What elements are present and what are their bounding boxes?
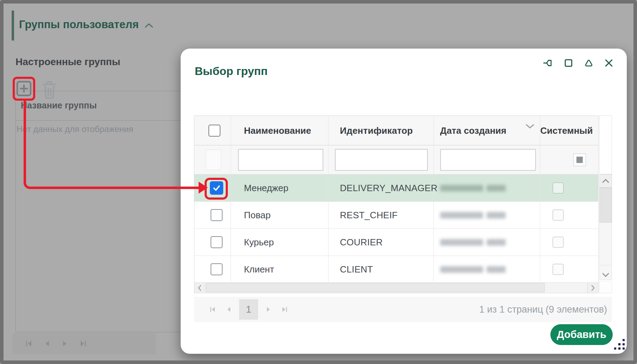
filter-system-indeterminate-mark bbox=[576, 157, 583, 163]
group-selection-dialog: Выбор групп Наименование Идентификатор bbox=[181, 49, 627, 354]
system-checkbox[interactable] bbox=[552, 237, 564, 248]
grid-filter-row bbox=[194, 145, 598, 175]
filter-ghost-box bbox=[206, 150, 221, 170]
grid-row-client[interactable]: Клиент CLIENT bbox=[194, 256, 598, 283]
system-checkbox[interactable] bbox=[552, 182, 564, 194]
scroll-down-icon[interactable] bbox=[599, 265, 612, 280]
next-page-icon[interactable] bbox=[260, 300, 276, 319]
annotation-arrow-line bbox=[24, 101, 199, 189]
pager-nav: 1 bbox=[205, 299, 293, 320]
cell-name: Повар bbox=[231, 202, 329, 228]
system-checkbox[interactable] bbox=[552, 264, 564, 275]
cell-identifier: REST_CHEIF bbox=[329, 202, 434, 228]
annotation-highlight-add-button bbox=[13, 77, 35, 101]
row-checkbox[interactable] bbox=[211, 209, 223, 221]
hscroll-thumb[interactable] bbox=[206, 283, 545, 292]
vscroll-track[interactable] bbox=[599, 222, 612, 265]
filter-cell-identifier bbox=[329, 145, 433, 174]
grid-row-cook[interactable]: Повар REST_CHEIF bbox=[194, 202, 598, 229]
column-header-created-date[interactable]: Дата создания bbox=[434, 116, 540, 145]
filter-input-name[interactable] bbox=[238, 149, 323, 171]
filter-system-checkbox[interactable] bbox=[573, 153, 586, 166]
maximize-icon[interactable] bbox=[563, 58, 574, 68]
cell-name: Менеджер bbox=[231, 175, 329, 201]
grid-header-row: Наименование Идентификатор Дата создания… bbox=[194, 116, 598, 145]
vscroll-thumb[interactable] bbox=[599, 188, 612, 222]
filter-cell-created-date bbox=[434, 145, 540, 174]
row-select-cell[interactable] bbox=[194, 229, 231, 256]
window-controls bbox=[543, 58, 614, 68]
dialog-pager: 1 1 из 1 страниц (9 элементов) bbox=[194, 297, 612, 322]
screenshot-canvas: Группы пользователя Настроенные группы Н… bbox=[0, 0, 637, 364]
grid-row-manager[interactable]: Менеджер DELIVERY_MANAGER bbox=[194, 175, 598, 202]
filter-cell-system bbox=[540, 145, 598, 174]
hscroll-track[interactable] bbox=[205, 283, 587, 293]
filter-input-identifier[interactable] bbox=[335, 149, 428, 171]
section-title: Группы пользователя bbox=[19, 18, 139, 31]
scroll-left-icon[interactable] bbox=[194, 283, 205, 293]
cell-name: Клиент bbox=[231, 256, 329, 283]
roll-up-icon[interactable] bbox=[583, 58, 594, 68]
vscroll-header-spacer bbox=[599, 115, 612, 174]
cell-identifier: COURIER bbox=[329, 229, 434, 256]
horizontal-scrollbar[interactable] bbox=[194, 282, 598, 293]
grid-row-courier[interactable]: Курьер COURIER bbox=[194, 229, 598, 256]
column-header-system[interactable]: Системный bbox=[540, 116, 598, 145]
column-header-identifier[interactable]: Идентификатор bbox=[329, 116, 434, 145]
system-checkbox[interactable] bbox=[552, 209, 564, 221]
cell-system bbox=[540, 256, 598, 283]
last-page-icon[interactable] bbox=[80, 339, 87, 348]
section-header[interactable]: Группы пользователя bbox=[19, 18, 154, 31]
select-all-checkbox[interactable] bbox=[208, 125, 220, 137]
cell-identifier: DELIVERY_MANAGER bbox=[329, 175, 434, 201]
section-accent-bar bbox=[12, 11, 14, 40]
resize-grip-icon[interactable] bbox=[608, 338, 627, 352]
scroll-right-icon[interactable] bbox=[587, 283, 598, 293]
prev-page-icon[interactable] bbox=[44, 339, 50, 348]
cell-created-date-redacted bbox=[434, 202, 540, 228]
first-page-icon[interactable] bbox=[25, 339, 32, 348]
chevron-up-icon[interactable] bbox=[144, 18, 154, 31]
cell-system bbox=[540, 175, 598, 201]
pager-info: 1 из 1 страниц (9 элементов) bbox=[479, 304, 612, 315]
last-page-icon[interactable] bbox=[276, 300, 293, 319]
add-button[interactable]: Добавить bbox=[550, 324, 613, 345]
filter-cell-checkbox-col bbox=[194, 145, 231, 174]
pin-icon[interactable] bbox=[543, 58, 554, 68]
cell-created-date-redacted bbox=[434, 175, 540, 201]
cell-system bbox=[540, 202, 598, 228]
configured-groups-pager bbox=[13, 333, 156, 354]
row-checkbox[interactable] bbox=[211, 236, 223, 248]
scroll-up-icon[interactable] bbox=[599, 174, 612, 188]
column-header-name[interactable]: Наименование bbox=[231, 116, 329, 145]
cell-identifier: CLIENT bbox=[329, 256, 434, 283]
cell-created-date-redacted bbox=[434, 256, 540, 283]
column-header-created-date-label: Дата создания bbox=[440, 125, 506, 136]
groups-grid: Наименование Идентификатор Дата создания… bbox=[194, 115, 599, 293]
current-page[interactable]: 1 bbox=[239, 299, 258, 320]
annotation-highlight-row-checkbox bbox=[205, 178, 228, 200]
vertical-scrollbar[interactable] bbox=[599, 115, 612, 293]
vscroll-corner bbox=[599, 281, 612, 293]
select-all-cell[interactable] bbox=[194, 116, 231, 145]
groups-grid-zone: Наименование Идентификатор Дата создания… bbox=[194, 115, 612, 293]
row-select-cell[interactable] bbox=[194, 202, 231, 228]
dialog-title: Выбор групп bbox=[195, 65, 268, 78]
row-checkbox[interactable] bbox=[211, 263, 223, 275]
cell-created-date-redacted bbox=[434, 229, 540, 256]
first-page-icon[interactable] bbox=[205, 300, 221, 319]
cell-name: Курьер bbox=[231, 229, 329, 256]
prev-page-icon[interactable] bbox=[221, 300, 237, 319]
filter-input-created-date[interactable] bbox=[440, 149, 536, 171]
filter-cell-name bbox=[231, 145, 329, 174]
close-icon[interactable] bbox=[604, 58, 614, 68]
next-page-icon[interactable] bbox=[62, 339, 68, 348]
cell-system bbox=[540, 229, 598, 256]
row-select-cell[interactable] bbox=[194, 256, 231, 283]
subsection-title: Настроенные группы bbox=[15, 56, 120, 68]
sort-desc-icon[interactable] bbox=[525, 121, 535, 132]
